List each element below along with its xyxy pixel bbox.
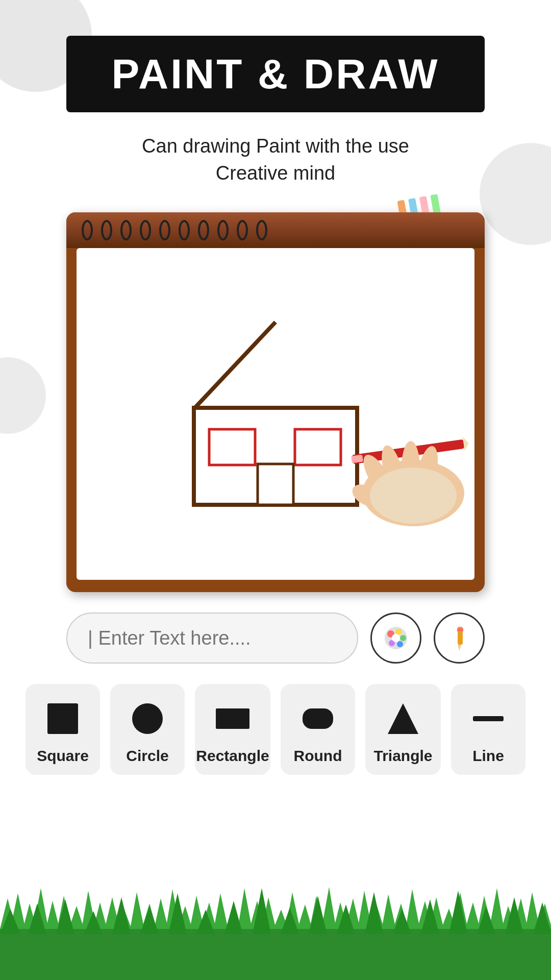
- svg-point-20: [392, 634, 400, 642]
- svg-marker-22: [458, 645, 461, 651]
- color-palette-button[interactable]: [370, 612, 421, 664]
- input-section: [66, 612, 485, 664]
- square-label: Square: [37, 747, 89, 765]
- line-icon: [468, 698, 509, 739]
- svg-rect-23: [457, 628, 463, 631]
- line-label: Line: [472, 747, 504, 765]
- hand-with-pencil: [311, 396, 474, 539]
- spiral-5: [159, 220, 170, 240]
- triangle-icon: [383, 698, 423, 739]
- svg-rect-24: [47, 703, 78, 734]
- spiral-10: [256, 220, 267, 240]
- svg-marker-28: [388, 703, 418, 734]
- svg-marker-44: [154, 898, 168, 929]
- subtitle: Can drawing Paint with the use Creative …: [0, 133, 551, 187]
- svg-point-18: [397, 641, 403, 647]
- shape-line[interactable]: Line: [451, 684, 525, 775]
- brush-icon: [445, 624, 473, 652]
- svg-marker-93: [449, 891, 467, 934]
- grass-svg: [0, 878, 551, 980]
- svg-marker-5: [463, 436, 470, 451]
- circle-icon: [127, 698, 168, 739]
- svg-rect-30: [0, 929, 551, 980]
- shapes-toolbar: Square Circle Rectangle Round: [26, 684, 525, 775]
- wood-top-bar: [66, 212, 485, 248]
- svg-marker-51: [238, 888, 252, 929]
- svg-marker-82: [140, 906, 159, 934]
- sketchbook-wrapper: [66, 212, 485, 592]
- rectangle-icon: [212, 698, 253, 739]
- palette-icon: [381, 623, 411, 653]
- svg-rect-26: [216, 708, 249, 729]
- sketchbook: [66, 212, 485, 592]
- svg-marker-56: [297, 904, 312, 929]
- spiral-4: [140, 220, 151, 240]
- app-title: PAINT & DRAW: [87, 50, 464, 98]
- subtitle-line2: Creative mind: [0, 160, 551, 187]
- triangle-label: Triangle: [373, 747, 432, 765]
- svg-rect-29: [473, 716, 504, 721]
- spiral-binding: [82, 220, 267, 240]
- drawing-canvas[interactable]: [77, 248, 474, 580]
- subtitle-line1: Can drawing Paint with the use: [0, 133, 551, 160]
- brush-button[interactable]: [434, 612, 485, 664]
- spiral-3: [120, 220, 132, 240]
- spiral-7: [198, 220, 209, 240]
- circle-label: Circle: [126, 747, 168, 765]
- round-icon: [297, 698, 338, 739]
- spiral-6: [179, 220, 190, 240]
- svg-marker-79: [56, 899, 74, 934]
- square-icon: [42, 698, 83, 739]
- svg-marker-35: [46, 901, 60, 929]
- svg-marker-65: [406, 889, 420, 929]
- spiral-2: [101, 220, 112, 240]
- svg-rect-27: [303, 708, 333, 729]
- text-input[interactable]: [66, 612, 358, 664]
- shape-square[interactable]: Square: [26, 684, 100, 775]
- shape-triangle[interactable]: Triangle: [365, 684, 441, 775]
- spiral-8: [217, 220, 229, 240]
- header-banner: PAINT & DRAW: [66, 36, 485, 112]
- svg-point-25: [132, 703, 163, 734]
- svg-rect-3: [258, 464, 293, 505]
- rectangle-label: Rectangle: [196, 747, 269, 765]
- grass-decoration: [0, 878, 551, 980]
- shape-circle[interactable]: Circle: [110, 684, 185, 775]
- svg-marker-63: [382, 894, 396, 929]
- svg-marker-42: [130, 892, 144, 929]
- svg-point-17: [400, 635, 406, 641]
- shape-round[interactable]: Round: [281, 684, 355, 775]
- round-label: Round: [294, 747, 342, 765]
- spiral-1: [82, 220, 93, 240]
- svg-marker-49: [214, 893, 228, 929]
- svg-point-13: [370, 468, 457, 524]
- svg-marker-70: [465, 902, 480, 929]
- svg-rect-1: [209, 429, 255, 465]
- deco-circle-midleft: [0, 357, 46, 434]
- spiral-9: [237, 220, 248, 240]
- shape-rectangle[interactable]: Rectangle: [195, 684, 270, 775]
